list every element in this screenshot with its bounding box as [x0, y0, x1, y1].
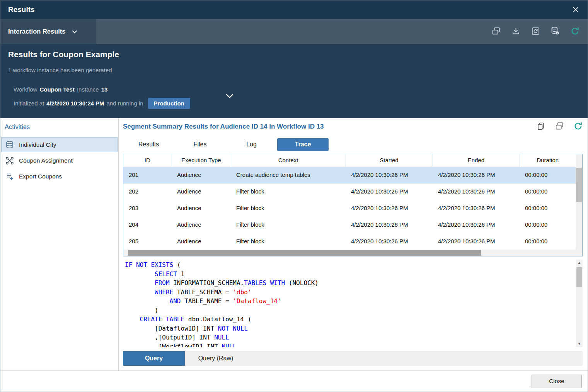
copy-button[interactable] [536, 122, 545, 131]
table-cell: 00:00:00 [520, 233, 576, 249]
sidebar-item-individual-city[interactable]: Individual City [1, 137, 118, 152]
table-cell: 4/2/2020 10:30:26 PM [346, 200, 433, 216]
table-cell: 00:00:00 [520, 166, 576, 183]
segment-summary-header: Segment Summary Results for Audience ID … [123, 118, 583, 135]
table-cell: Audience [172, 233, 231, 249]
sidebar-item-export-coupons[interactable]: Export Coupons [1, 169, 118, 184]
refresh-icon [570, 26, 580, 37]
table-row[interactable]: 204AudienceFilter block4/2/2020 10:30:26… [123, 216, 576, 233]
table-cell: 201 [123, 166, 172, 183]
table-cell: 4/2/2020 10:30:26 PM [433, 233, 520, 249]
sidebar-item-coupon-assignment[interactable]: Coupon Assignment [1, 153, 118, 168]
dialog-footer: Close [0, 370, 588, 392]
table-cell: Audience [172, 216, 231, 233]
sidebar-item-label: Individual City [19, 141, 56, 148]
sql-line: ,[OutputID] INT NULL [125, 333, 576, 342]
download-button[interactable] [511, 27, 521, 37]
workflow-line: Workflow Coupon Test Instance 13 [8, 85, 580, 93]
column-header[interactable]: Started [346, 154, 433, 166]
activities-heading: Activities [0, 122, 118, 137]
table-cell: 4/2/2020 10:30:26 PM [433, 200, 520, 216]
sql-line: SELECT 1 [125, 270, 576, 279]
refresh-button[interactable] [573, 122, 583, 131]
sql-vertical-scrollbar[interactable]: ▲ ▼ [576, 260, 583, 347]
table-cell: 4/2/2020 10:30:26 PM [433, 183, 520, 200]
running-label: and running in [107, 100, 143, 107]
tab-query[interactable]: Query [123, 351, 185, 366]
scroll-down-arrow-icon[interactable]: ▼ [578, 341, 581, 347]
table-header-row: IDExecution TypeContextStartedEndedDurat… [123, 154, 576, 166]
tab-trace[interactable]: Trace [277, 138, 329, 151]
scrollbar-thumb[interactable] [576, 168, 582, 202]
column-header[interactable]: Context [231, 154, 346, 166]
sql-line: FROM INFORMATION_SCHEMA.TABLES WITH (NOL… [125, 278, 576, 288]
results-dialog: Results Interaction Results [0, 0, 588, 392]
table-cell: Audience [172, 200, 231, 216]
interaction-results-dropdown[interactable]: Interaction Results [0, 19, 96, 44]
results-tab-bar: Results Files Log Trace [123, 135, 583, 154]
export-list-icon [5, 172, 14, 181]
table-cell: Filter block [231, 216, 346, 233]
cascade-windows-button[interactable] [491, 27, 501, 37]
scroll-up-arrow-icon[interactable]: ▲ [578, 260, 581, 266]
table-cell: Filter block [231, 183, 346, 200]
auto-refresh-button[interactable] [530, 27, 540, 37]
environment-badge: Production [148, 98, 190, 109]
scrollbar-thumb[interactable] [128, 250, 481, 256]
query-tab-bar: Query Query (Raw) [123, 351, 583, 366]
content-area: Activities Individual City [0, 118, 588, 370]
initialized-time: 4/2/2020 10:30:24 PM [46, 100, 104, 107]
workflow-label: Workflow [14, 86, 37, 93]
tab-log[interactable]: Log [226, 138, 277, 151]
sql-line: IF NOT EXISTS ( [125, 260, 576, 270]
table-cell: Filter block [231, 233, 346, 249]
sql-query-text: IF NOT EXISTS ( SELECT 1 FROM INFORMATIO… [123, 260, 576, 347]
table-cell: 202 [123, 183, 172, 200]
refresh-icon [573, 121, 583, 132]
tab-query-raw[interactable]: Query (Raw) [185, 351, 247, 366]
sql-line: ,[WorkflowID] INT NULL [125, 342, 576, 348]
initialized-line: Initialized at 4/2/2020 10:30:24 PM and … [8, 97, 580, 109]
column-header[interactable]: Ended [433, 154, 520, 166]
table-row[interactable]: 202AudienceFilter block4/2/2020 10:30:26… [123, 183, 576, 200]
table-cell: 4/2/2020 10:30:26 PM [346, 166, 433, 183]
results-header: Results for Coupon Example 1 workflow in… [0, 44, 588, 118]
collapse-details-button[interactable] [225, 93, 234, 100]
chevron-down-icon [225, 94, 234, 100]
results-title: Results for Coupon Example [8, 50, 580, 59]
table-cell: 204 [123, 216, 172, 233]
sql-line: AND TABLE_NAME = 'Dataflow_14' [125, 297, 576, 306]
initialized-label: Initialized at [14, 100, 44, 107]
table-cell: Create audience temp tables [231, 166, 346, 183]
cascade-windows-button[interactable] [555, 122, 564, 131]
segment-summary-title: Segment Summary Results for Audience ID … [123, 123, 324, 131]
trace-table: IDExecution TypeContextStartedEndedDurat… [123, 154, 583, 256]
tab-files[interactable]: Files [174, 138, 226, 151]
tab-results[interactable]: Results [123, 138, 174, 151]
window-title: Results [8, 5, 35, 14]
table-cell: Audience [172, 166, 231, 183]
chevron-down-icon [72, 28, 77, 35]
table-cell: Filter block [231, 200, 346, 216]
close-button[interactable]: Close [532, 375, 582, 388]
table-row[interactable]: 203AudienceFilter block4/2/2020 10:30:26… [123, 200, 576, 216]
column-header[interactable]: Duration [520, 154, 576, 166]
trace-table-body: IDExecution TypeContextStartedEndedDurat… [123, 154, 576, 256]
table-cell: 00:00:00 [520, 216, 576, 233]
table-row[interactable]: 205AudienceFilter block4/2/2020 10:30:26… [123, 233, 576, 249]
table-cell: 4/2/2020 10:30:26 PM [433, 216, 520, 233]
table-vertical-scrollbar[interactable] [576, 154, 582, 256]
table-cell: 00:00:00 [520, 200, 576, 216]
database-info-button[interactable] [550, 27, 560, 37]
activities-sidebar: Activities Individual City [0, 118, 119, 370]
table-cell: 4/2/2020 10:30:26 PM [346, 233, 433, 249]
refresh-button[interactable] [570, 27, 580, 37]
table-horizontal-scrollbar[interactable] [123, 249, 576, 256]
column-header[interactable]: ID [123, 154, 172, 166]
scrollbar-thumb[interactable] [576, 267, 582, 287]
table-row[interactable]: 201AudienceCreate audience temp tables4/… [123, 166, 576, 183]
close-icon[interactable] [570, 4, 581, 15]
column-header[interactable]: Execution Type [172, 154, 231, 166]
cascade-windows-icon [492, 27, 501, 37]
cascade-windows-icon [555, 122, 564, 132]
